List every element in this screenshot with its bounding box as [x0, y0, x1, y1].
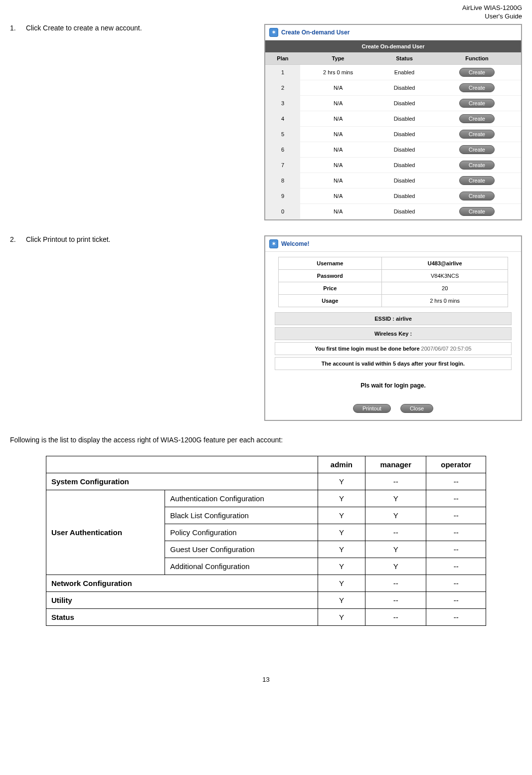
cell-function: Create: [433, 157, 521, 173]
rights-admin: Y: [318, 541, 365, 558]
panel-icon: ✶: [269, 28, 278, 37]
create-button[interactable]: Create: [459, 68, 495, 77]
cell-type: N/A: [300, 173, 376, 188]
col-plan: Plan: [265, 52, 300, 65]
rights-sub: Policy Configuration: [165, 524, 318, 541]
cell-function: Create: [433, 95, 521, 111]
cell-type: N/A: [300, 157, 376, 173]
cell-status: Disabled: [376, 95, 433, 111]
create-button[interactable]: Create: [459, 176, 495, 185]
username-value: U483@airlive: [381, 257, 508, 269]
usage-label: Usage: [278, 294, 381, 307]
step-2-text: 2. Click Printout to print ticket.: [10, 235, 264, 243]
table-caption: Create On-demand User: [265, 40, 521, 52]
col-function: Function: [433, 52, 521, 65]
cell-type: N/A: [300, 188, 376, 203]
rights-manager: Y: [365, 490, 426, 507]
cell-plan: 9: [265, 188, 300, 203]
col-status: Status: [376, 52, 433, 65]
rights-operator: --: [426, 558, 486, 575]
printout-button[interactable]: Printout: [353, 404, 391, 413]
create-button[interactable]: Create: [459, 114, 495, 123]
cell-plan: 0: [265, 203, 300, 219]
username-label: Username: [278, 257, 381, 269]
rights-cat: User Authentication: [46, 490, 165, 575]
cell-plan: 8: [265, 173, 300, 188]
first-login-block: You first time login must be done before…: [275, 342, 512, 355]
create-button[interactable]: Create: [459, 145, 495, 154]
rights-manager: --: [365, 575, 426, 591]
create-button[interactable]: Create: [459, 83, 495, 92]
password-label: Password: [278, 269, 381, 282]
table-row: System ConfigurationY----: [46, 473, 486, 490]
table-row: User AuthenticationAuthentication Config…: [46, 490, 486, 507]
cell-plan: 5: [265, 126, 300, 142]
create-button[interactable]: Create: [459, 130, 495, 139]
password-value: V84K3NCS: [381, 269, 508, 282]
rights-head-manager: manager: [365, 456, 426, 473]
rights-operator: --: [426, 575, 486, 591]
create-button[interactable]: Create: [459, 192, 495, 200]
cell-function: Create: [433, 64, 521, 80]
cell-type: 2 hrs 0 mins: [300, 64, 376, 80]
price-value: 20: [381, 282, 508, 294]
rights-manager: --: [365, 591, 426, 608]
cell-plan: 2: [265, 80, 300, 95]
cell-type: N/A: [300, 203, 376, 219]
rights-operator: --: [426, 541, 486, 558]
rights-cat: Network Configuration: [46, 575, 318, 591]
step-1-num: 1.: [10, 24, 24, 32]
cell-function: Create: [433, 173, 521, 188]
rights-admin: Y: [318, 575, 365, 591]
cell-status: Disabled: [376, 126, 433, 142]
rights-head-blank: [46, 456, 318, 473]
rights-manager: Y: [365, 558, 426, 575]
rights-operator: --: [426, 507, 486, 524]
col-type: Type: [300, 52, 376, 65]
table-row: 4N/ADisabledCreate: [265, 111, 521, 126]
table-row: 6N/ADisabledCreate: [265, 142, 521, 157]
create-button[interactable]: Create: [459, 207, 495, 216]
cell-status: Disabled: [376, 188, 433, 203]
wkey-block: Wireless Key :: [275, 327, 512, 340]
rights-manager: --: [365, 524, 426, 541]
create-button[interactable]: Create: [459, 161, 495, 170]
wait-text: Pls wait for login page.: [265, 372, 521, 399]
cell-status: Disabled: [376, 142, 433, 157]
cell-plan: 4: [265, 111, 300, 126]
close-button[interactable]: Close: [400, 404, 433, 413]
table-row: StatusY----: [46, 608, 486, 625]
rights-cat: System Configuration: [46, 473, 318, 490]
cell-status: Disabled: [376, 80, 433, 95]
rights-manager: Y: [365, 541, 426, 558]
table-row: 5N/ADisabledCreate: [265, 126, 521, 142]
rights-operator: --: [426, 490, 486, 507]
doc-title: User's Guide: [485, 12, 522, 20]
welcome-table: Username U483@airlive Password V84K3NCS …: [278, 257, 509, 307]
create-button[interactable]: Create: [459, 99, 495, 108]
step-1-text: 1. Click Create to create a new account.: [10, 24, 264, 32]
rights-admin: Y: [318, 473, 365, 490]
panel-title: Create On-demand User: [281, 29, 350, 36]
cell-type: N/A: [300, 111, 376, 126]
cell-function: Create: [433, 142, 521, 157]
create-user-panel: ✶ Create On-demand User Create On-demand…: [264, 24, 522, 220]
rights-sub: Black List Configuration: [165, 507, 318, 524]
cell-function: Create: [433, 188, 521, 203]
step-2: 2. Click Printout to print ticket. ✶ Wel…: [10, 235, 522, 421]
cell-status: Disabled: [376, 111, 433, 126]
cell-plan: 1: [265, 64, 300, 80]
cell-type: N/A: [300, 95, 376, 111]
page-number: 13: [10, 676, 522, 683]
first-login-date: 2007/06/07 20:57:05: [421, 346, 472, 352]
cell-type: N/A: [300, 126, 376, 142]
table-row: 3N/ADisabledCreate: [265, 95, 521, 111]
rights-manager: --: [365, 473, 426, 490]
rights-sub: Authentication Configuration: [165, 490, 318, 507]
cell-status: Disabled: [376, 157, 433, 173]
product-name: AirLive WIAS-1200G: [462, 4, 522, 11]
cell-function: Create: [433, 111, 521, 126]
table-row: Network ConfigurationY----: [46, 575, 486, 591]
valid-block: The account is valid within 5 days after…: [275, 357, 512, 370]
doc-header: AirLive WIAS-1200G User's Guide: [10, 4, 522, 21]
